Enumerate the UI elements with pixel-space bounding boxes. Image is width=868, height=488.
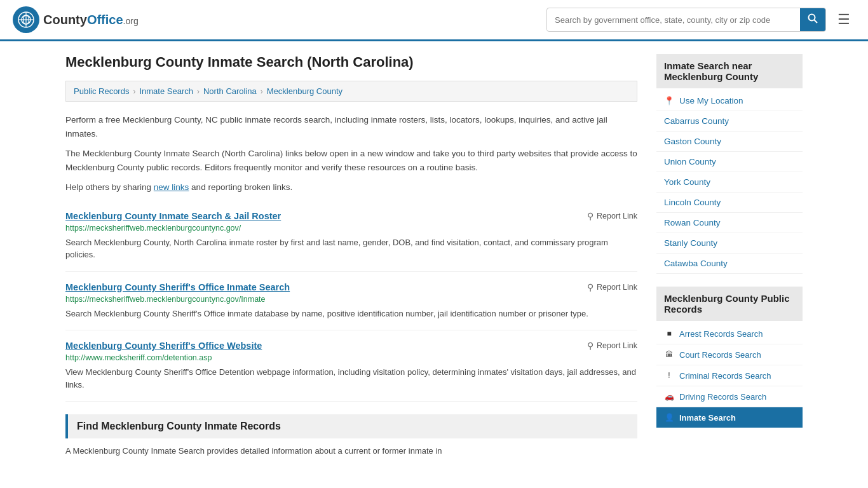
menu-button[interactable]: ☰ (832, 9, 855, 30)
sidebar-pub-records: Mecklenburg County Public Records ■ Arre… (656, 287, 803, 428)
link-card-1: Mecklenburg County Sheriff's Office Inma… (65, 272, 637, 331)
use-my-location-link[interactable]: Use My Location (679, 96, 743, 105)
nearby-county-link-5[interactable]: Rowan County (664, 218, 721, 227)
find-section-heading: Find Mecklenburg County Inmate Records (65, 414, 637, 438)
link-card-0: Mecklenburg County Inmate Search & Jail … (65, 201, 637, 272)
nearby-county-item-7[interactable]: Catawba County (656, 254, 803, 274)
header-right: ☰ (546, 8, 855, 32)
report-icon-0: ⚲ (587, 211, 593, 221)
description-1: Perform a free Mecklenburg County, NC pu… (65, 113, 637, 140)
report-link-btn-1[interactable]: ⚲ Report Link (587, 282, 637, 292)
content-area: Mecklenburg County Inmate Search (North … (65, 54, 637, 458)
sidebar: Inmate Search near Mecklenburg County 📍 … (656, 54, 803, 458)
link-url-1: https://mecksheriffweb.mecklenburgcounty… (65, 295, 637, 304)
pub-record-item-0[interactable]: ■ Arrest Records Search (656, 323, 803, 344)
new-links-link[interactable]: new links (154, 182, 189, 192)
nearby-county-link-3[interactable]: York County (664, 177, 710, 187)
breadcrumb-mecklenburg[interactable]: Mecklenburg County (267, 86, 342, 96)
link-card-title-0[interactable]: Mecklenburg County Inmate Search & Jail … (65, 211, 281, 221)
breadcrumb-north-carolina[interactable]: North Carolina (203, 86, 257, 96)
nearby-county-item-5[interactable]: Rowan County (656, 213, 803, 233)
link-url-2: http://www.mecksheriff.com/detention.asp (65, 353, 637, 362)
search-input[interactable] (547, 10, 800, 30)
rec-icon-4: 👤 (664, 412, 674, 423)
link-cards-container: Mecklenburg County Inmate Search & Jail … (65, 201, 637, 402)
report-icon-2: ⚲ (587, 341, 593, 351)
pub-record-link-3[interactable]: Driving Records Search (679, 392, 766, 402)
rec-icon-1: 🏛 (664, 349, 674, 360)
breadcrumb-inmate-search[interactable]: Inmate Search (139, 86, 193, 96)
link-desc-1: Search Mecklenburg County Sheriff's Offi… (65, 308, 637, 320)
use-my-location-item[interactable]: 📍 Use My Location (656, 91, 803, 111)
breadcrumb-sep-2: › (197, 87, 200, 96)
sidebar-pub-records-title: Mecklenburg County Public Records (656, 287, 803, 321)
find-section-desc: A Mecklenburg County Inmate Search provi… (65, 445, 637, 458)
main-container: Mecklenburg County Inmate Search (North … (53, 41, 815, 471)
breadcrumb-public-records[interactable]: Public Records (74, 86, 129, 96)
location-icon: 📍 (664, 96, 674, 105)
pub-record-item-3[interactable]: 🚗 Driving Records Search (656, 386, 803, 407)
nearby-county-link-4[interactable]: Lincoln County (664, 198, 721, 207)
description-2: The Mecklenburg County Inmate Search (No… (65, 147, 637, 174)
nearby-county-link-7[interactable]: Catawba County (664, 259, 728, 268)
search-bar (546, 8, 826, 32)
description-3: Help others by sharing new links and rep… (65, 180, 637, 194)
breadcrumb-sep-1: › (133, 87, 135, 96)
nearby-county-item-3[interactable]: York County (656, 172, 803, 193)
site-header: CountyOffice.org ☰ (0, 0, 868, 41)
logo-area: CountyOffice.org (13, 6, 139, 33)
search-button[interactable] (800, 8, 825, 31)
breadcrumb-sep-3: › (261, 87, 263, 96)
pub-records-container: ■ Arrest Records Search 🏛 Court Records … (656, 323, 803, 428)
logo-text: CountyOffice.org (43, 13, 139, 27)
logo-icon (13, 6, 39, 33)
pub-record-item-1[interactable]: 🏛 Court Records Search (656, 344, 803, 365)
link-card-header-1: Mecklenburg County Sheriff's Office Inma… (65, 282, 637, 292)
page-title: Mecklenburg County Inmate Search (North … (65, 54, 637, 71)
link-url-0: https://mecksheriffweb.mecklenburgcounty… (65, 224, 637, 233)
nearby-county-item-1[interactable]: Gaston County (656, 132, 803, 152)
pub-record-link-0[interactable]: Arrest Records Search (679, 329, 763, 339)
nearby-counties-container: Cabarrus CountyGaston CountyUnion County… (656, 111, 803, 274)
link-card-2: Mecklenburg County Sheriff's Office Webs… (65, 330, 637, 402)
link-desc-2: View Mecklenburg County Sheriff's Office… (65, 366, 637, 391)
link-desc-0: Search Mecklenburg County, North Carolin… (65, 236, 637, 261)
breadcrumb: Public Records › Inmate Search › North C… (65, 81, 637, 102)
nearby-county-item-4[interactable]: Lincoln County (656, 193, 803, 213)
nearby-county-item-0[interactable]: Cabarrus County (656, 111, 803, 132)
rec-icon-0: ■ (664, 329, 674, 339)
report-link-btn-0[interactable]: ⚲ Report Link (587, 211, 637, 221)
rec-icon-2: ! (664, 370, 674, 381)
report-link-btn-2[interactable]: ⚲ Report Link (587, 341, 637, 351)
pub-record-link-1[interactable]: Court Records Search (679, 350, 761, 360)
nearby-county-link-6[interactable]: Stanly County (664, 238, 717, 248)
pub-record-link-4[interactable]: Inmate Search (679, 413, 736, 423)
svg-line-6 (815, 20, 818, 24)
pub-record-link-2[interactable]: Criminal Records Search (679, 371, 771, 381)
nearby-county-item-2[interactable]: Union County (656, 152, 803, 172)
nearby-county-link-1[interactable]: Gaston County (664, 137, 721, 146)
rec-icon-3: 🚗 (664, 391, 674, 402)
nearby-county-item-6[interactable]: Stanly County (656, 233, 803, 254)
link-card-title-2[interactable]: Mecklenburg County Sheriff's Office Webs… (65, 341, 262, 351)
svg-point-5 (809, 15, 815, 21)
sidebar-nearby-title: Inmate Search near Mecklenburg County (656, 54, 803, 88)
nearby-county-link-2[interactable]: Union County (664, 157, 716, 166)
nearby-county-link-0[interactable]: Cabarrus County (664, 116, 729, 126)
link-card-title-1[interactable]: Mecklenburg County Sheriff's Office Inma… (65, 282, 290, 292)
link-card-header-0: Mecklenburg County Inmate Search & Jail … (65, 211, 637, 221)
link-card-header-2: Mecklenburg County Sheriff's Office Webs… (65, 341, 637, 351)
report-icon-1: ⚲ (587, 282, 593, 292)
pub-record-item-active-4[interactable]: 👤 Inmate Search (656, 407, 803, 428)
pub-record-item-2[interactable]: ! Criminal Records Search (656, 365, 803, 386)
